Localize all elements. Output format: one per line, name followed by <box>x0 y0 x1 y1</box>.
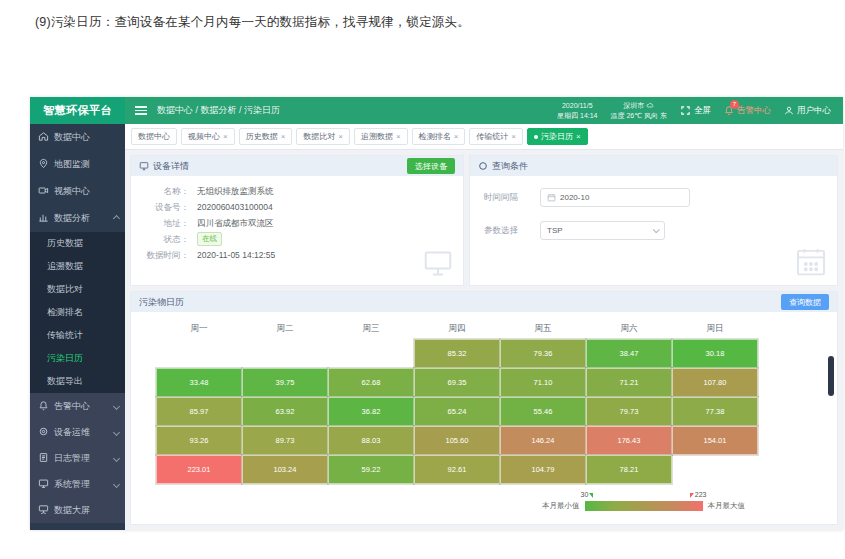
sidebar-item-label: 告警中心 <box>54 400 90 413</box>
monitor-watermark-icon <box>423 250 453 277</box>
tab-5[interactable]: 检测排名× <box>412 128 466 145</box>
sidebar-item-2[interactable]: 视频中心 <box>30 178 125 205</box>
sidebar-subitem[interactable]: 追溯数据 <box>30 255 125 278</box>
weekday-label: 周五 <box>500 323 586 335</box>
app-window: 智慧环保平台 数据中心 / 数据分析 / 污染日历 2020/11/5 星期四 … <box>30 97 843 530</box>
page: (9)污染日历：查询设备在某个月内每一天的数据指标，找寻规律，锁定源头。 智慧环… <box>0 0 845 559</box>
calendar-cell-r3c4[interactable]: 65.24 <box>414 397 500 426</box>
calendar-cell-r4c3[interactable]: 88.03 <box>328 426 414 455</box>
sidebar-item-4[interactable]: 告警中心 <box>30 393 125 419</box>
calendar-cell-r2c3[interactable]: 62.68 <box>328 368 414 397</box>
calendar-grid: 85.3279.3638.4730.1833.4839.7562.6869.35… <box>156 339 758 484</box>
calendar-cell-r2c2[interactable]: 39.75 <box>242 368 328 397</box>
device-panel-icon <box>139 161 149 171</box>
tab-7-active[interactable]: 污染日历× <box>527 128 588 145</box>
weekday-label: 周日 <box>672 323 758 335</box>
close-icon[interactable]: × <box>223 133 228 141</box>
device-details-panel: 设备详情 选择设备 名称：无组织排放监测系统设备号：20200604031000… <box>130 155 464 286</box>
calendar-cell-r5c3[interactable]: 59.22 <box>328 455 414 484</box>
sidebar-item-7[interactable]: 系统管理 <box>30 471 125 497</box>
sidebar-item-1[interactable]: 地图监测 <box>30 151 125 178</box>
calendar-cell-r3c2[interactable]: 63.92 <box>242 397 328 426</box>
fullscreen-button[interactable]: 全屏 <box>680 105 711 117</box>
close-icon[interactable]: × <box>396 133 401 141</box>
calendar-cell-r4c7[interactable]: 154.01 <box>672 426 758 455</box>
sidebar-subitem[interactable]: 数据导出 <box>30 370 125 393</box>
chevron-down-icon <box>113 402 120 409</box>
calendar-cell-r4c5[interactable]: 146.24 <box>500 426 586 455</box>
sidebar-item-label: 视频中心 <box>54 185 90 198</box>
header-datetime: 2020/11/5 星期四 14:14 <box>557 101 597 120</box>
query-data-button[interactable]: 查询数据 <box>781 294 829 310</box>
close-icon[interactable]: × <box>576 133 581 141</box>
sidebar-item-6[interactable]: 日志管理 <box>30 445 125 471</box>
legend-min-value: 30 <box>581 491 594 498</box>
calendar-cell-r2c1[interactable]: 33.48 <box>156 368 242 397</box>
sidebar-item-3[interactable]: 数据分析 <box>30 205 125 232</box>
legend-min-marker-icon <box>589 493 593 498</box>
calendar-cell-r1c6[interactable]: 38.47 <box>586 339 672 368</box>
weekday-label: 周六 <box>586 323 672 335</box>
sidebar-subitem-active[interactable]: 污染日历 <box>30 347 125 370</box>
alarm-center-button[interactable]: 7 告警中心 <box>724 105 771 117</box>
query-panel-icon <box>478 161 488 171</box>
calendar-cell-r2c4[interactable]: 69.35 <box>414 368 500 397</box>
calendar-cell-r1c7[interactable]: 30.18 <box>672 339 758 368</box>
calendar-cell-r4c4[interactable]: 105.60 <box>414 426 500 455</box>
calendar-cell-r2c5[interactable]: 71.10 <box>500 368 586 397</box>
tab-0[interactable]: 数据中心 <box>131 128 177 145</box>
calendar-cell-r4c2[interactable]: 89.73 <box>242 426 328 455</box>
user-center-button[interactable]: 用户中心 <box>784 105 831 117</box>
calendar-cell-r5c5[interactable]: 104.79 <box>500 455 586 484</box>
sidebar-item-8[interactable]: 数据大屏 <box>30 497 125 523</box>
tab-1[interactable]: 视频中心× <box>181 128 235 145</box>
sidebar-item-0[interactable]: 数据中心 <box>30 124 125 151</box>
close-icon[interactable]: × <box>281 133 286 141</box>
calendar-cell-r5c4[interactable]: 92.61 <box>414 455 500 484</box>
sidebar-subitem[interactable]: 传输统计 <box>30 324 125 347</box>
calendar-cell-r5c6[interactable]: 78.21 <box>586 455 672 484</box>
calendar-cell-r3c3[interactable]: 36.82 <box>328 397 414 426</box>
month-picker-input[interactable]: 2020-10 <box>540 188 690 207</box>
weekday-label: 周二 <box>242 323 328 335</box>
menu-collapse-icon[interactable] <box>135 106 147 115</box>
param-select[interactable]: TSP <box>540 221 665 240</box>
weekday-label: 周三 <box>328 323 414 335</box>
tab-2[interactable]: 历史数据× <box>239 128 293 145</box>
calendar-cell-r4c6[interactable]: 176.43 <box>586 426 672 455</box>
active-dot-icon <box>534 135 538 139</box>
sidebar-subitem[interactable]: 检测排名 <box>30 301 125 324</box>
calendar-cell-r4c1[interactable]: 93.26 <box>156 426 242 455</box>
sidebar-subitem[interactable]: 数据比对 <box>30 278 125 301</box>
tab-4[interactable]: 追溯数据× <box>354 128 408 145</box>
calendar-cell-r3c6[interactable]: 79.73 <box>586 397 672 426</box>
calendar-cell-r5c1[interactable]: 223.01 <box>156 455 242 484</box>
cloud-icon <box>646 102 654 108</box>
tab-6[interactable]: 传输统计× <box>469 128 523 145</box>
scrollbar-thumb[interactable] <box>828 356 834 396</box>
field-value: 四川省成都市双流区 <box>197 215 274 231</box>
close-icon[interactable]: × <box>454 133 459 141</box>
status-badge: 在线 <box>197 232 222 246</box>
calendar-cell-r1c4[interactable]: 85.32 <box>414 339 500 368</box>
close-icon[interactable]: × <box>338 133 343 141</box>
calendar-cell-r5c2[interactable]: 103.24 <box>242 455 328 484</box>
device-field-row: 地址：四川省成都市双流区 <box>139 215 455 231</box>
tab-3[interactable]: 数据比对× <box>296 128 350 145</box>
calendar-cell-r3c1[interactable]: 85.97 <box>156 397 242 426</box>
sidebar-item-5[interactable]: 设备运维 <box>30 419 125 445</box>
device-field-row: 名称：无组织排放监测系统 <box>139 183 455 199</box>
calendar-cell-r2c7[interactable]: 107.80 <box>672 368 758 397</box>
sidebar-subitem[interactable]: 历史数据 <box>30 232 125 255</box>
sidebar-submenu: 历史数据追溯数据数据比对检测排名传输统计污染日历数据导出 <box>30 232 125 393</box>
sidebar-item-label: 数据大屏 <box>54 504 90 517</box>
time-range-label: 时间间隔 <box>484 192 530 204</box>
select-device-button[interactable]: 选择设备 <box>407 158 455 174</box>
calendar-cell-r3c5[interactable]: 55.46 <box>500 397 586 426</box>
app-logo: 智慧环保平台 <box>30 97 125 124</box>
calendar-cell-r2c6[interactable]: 71.21 <box>586 368 672 397</box>
calendar-cell-r3c7[interactable]: 77.38 <box>672 397 758 426</box>
close-icon[interactable]: × <box>511 133 516 141</box>
calendar-cell-r1c5[interactable]: 79.36 <box>500 339 586 368</box>
device-fields: 名称：无组织排放监测系统设备号：2020060403100004地址：四川省成都… <box>131 176 463 285</box>
